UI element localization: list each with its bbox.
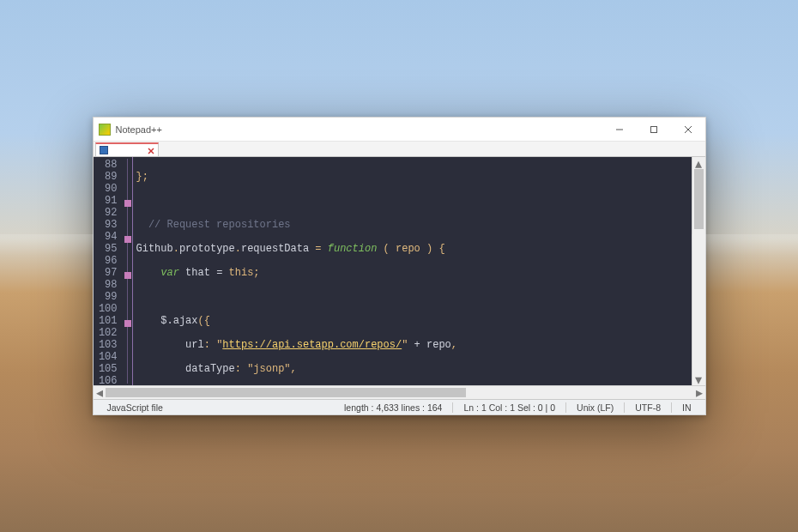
- maximize-button[interactable]: [637, 118, 671, 142]
- editor-area: 8889909192939495969798991001011021031041…: [94, 157, 705, 385]
- line-number-gutter: 8889909192939495969798991001011021031041…: [94, 157, 123, 385]
- app-icon: [99, 124, 111, 136]
- app-window: Notepad++ 888990919293949596979899100101…: [93, 117, 706, 415]
- fold-margin[interactable]: [123, 157, 133, 385]
- svg-rect-1: [650, 126, 656, 132]
- line-number: 97: [97, 267, 118, 279]
- window-controls: [602, 118, 705, 142]
- status-length: length : 4,633 lines : 164: [334, 402, 452, 413]
- scroll-right-icon[interactable]: ▸: [693, 386, 705, 399]
- line-number: 100: [97, 303, 118, 315]
- line-number: 105: [97, 363, 118, 375]
- fold-toggle-icon[interactable]: [124, 320, 131, 327]
- line-number: 98: [97, 279, 118, 291]
- file-icon: [100, 146, 108, 154]
- close-icon: [148, 148, 154, 154]
- scroll-down-icon[interactable]: ▾: [692, 373, 705, 385]
- window-title: Notepad++: [116, 124, 602, 135]
- line-number: 103: [97, 339, 118, 351]
- scroll-thumb[interactable]: [694, 169, 704, 229]
- status-bar: JavaScript file length : 4,633 lines : 1…: [94, 399, 705, 414]
- status-position: Ln : 1 Col : 1 Sel : 0 | 0: [453, 402, 565, 413]
- line-number: 102: [97, 327, 118, 339]
- fold-toggle-icon[interactable]: [124, 200, 131, 207]
- status-filetype: JavaScript file: [97, 402, 173, 413]
- status-encoding: UTF-8: [625, 402, 671, 413]
- file-tab[interactable]: [95, 142, 159, 156]
- line-number: 91: [97, 195, 118, 207]
- titlebar[interactable]: Notepad++: [94, 118, 705, 142]
- line-number: 88: [97, 159, 118, 171]
- close-icon: [684, 125, 692, 134]
- line-number: 93: [97, 219, 118, 231]
- code-content[interactable]: }; // Request repositories Github.protot…: [133, 157, 692, 385]
- minimize-button[interactable]: [602, 118, 637, 142]
- fold-toggle-icon[interactable]: [124, 272, 131, 279]
- line-number: 96: [97, 255, 118, 267]
- line-number: 106: [97, 375, 118, 385]
- tab-close-button[interactable]: [148, 147, 154, 154]
- line-number: 101: [97, 315, 118, 327]
- line-number: 95: [97, 243, 118, 255]
- close-button[interactable]: [671, 118, 705, 142]
- vertical-scrollbar[interactable]: ▴ ▾: [692, 157, 705, 385]
- fold-toggle-icon[interactable]: [124, 236, 131, 243]
- minimize-icon: [615, 125, 624, 134]
- line-number: 94: [97, 231, 118, 243]
- code-editor[interactable]: 8889909192939495969798991001011021031041…: [94, 157, 692, 385]
- line-number: 99: [97, 291, 118, 303]
- scroll-up-icon[interactable]: ▴: [692, 157, 705, 169]
- tab-modified-indicator: [111, 149, 145, 151]
- line-number: 92: [97, 207, 118, 219]
- scroll-left-icon[interactable]: ◂: [94, 386, 106, 399]
- line-number: 104: [97, 351, 118, 363]
- status-insert-mode: IN: [672, 402, 702, 413]
- maximize-icon: [650, 125, 658, 134]
- scroll-thumb[interactable]: [106, 388, 466, 397]
- status-eol: Unix (LF): [566, 402, 624, 413]
- scroll-track[interactable]: [106, 386, 693, 399]
- line-number: 89: [97, 171, 118, 183]
- line-number: 90: [97, 183, 118, 195]
- tab-bar: [94, 142, 705, 157]
- horizontal-scrollbar[interactable]: ◂ ▸: [94, 385, 705, 399]
- scroll-track[interactable]: [692, 169, 705, 373]
